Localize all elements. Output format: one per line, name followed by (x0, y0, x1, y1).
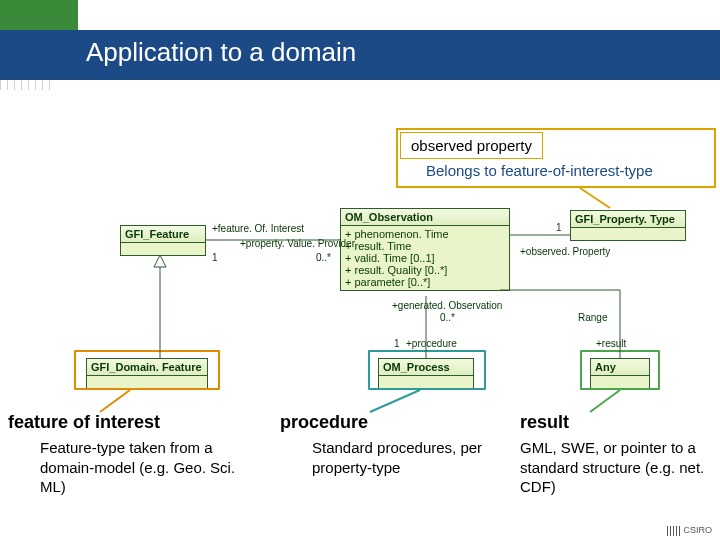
ann-proc-body: Standard procedures, per property-type (312, 438, 512, 477)
lbl-result: +result (596, 338, 626, 349)
svg-line-9 (370, 390, 420, 412)
ann-foi-body: Feature-type taken from a domain-model (… (40, 438, 260, 497)
lbl-mult-0star-left: 0..* (316, 252, 331, 263)
lbl-mult-1-left: 1 (212, 252, 218, 263)
lbl-property-value-provider: +property. Value. Provider (240, 238, 355, 249)
highlight-foi (74, 350, 220, 390)
lbl-mult-1-right: 1 (556, 222, 562, 233)
logo: CSIRO (667, 525, 712, 536)
obs-attr: + result. Quality [0..*] (345, 264, 505, 276)
lbl-feature-of-interest: +feature. Of. Interest (212, 223, 304, 234)
obs-attr: + valid. Time [0..1] (345, 252, 505, 264)
uml-gfi-property-type: GFI_Property. Type (570, 210, 686, 241)
obs-attr: + result. Time (345, 240, 505, 252)
lbl-generated-observation: +generated. Observation (392, 300, 502, 311)
ann-res-head: result (520, 412, 569, 433)
obs-attr: + phenomenon. Time (345, 228, 505, 240)
lbl-mult-0star-down: 0..* (440, 312, 455, 323)
lbl-range: Range (578, 312, 607, 323)
slide-title: Application to a domain (86, 37, 356, 68)
uml-om-observation-attrs: + phenomenon. Time + result. Time + vali… (341, 226, 509, 290)
ann-proc-head: procedure (280, 412, 368, 433)
svg-marker-6 (154, 255, 166, 267)
svg-line-10 (590, 390, 620, 412)
ann-res-body: GML, SWE, or pointer to a standard struc… (520, 438, 710, 497)
highlight-proc (368, 350, 486, 390)
uml-gfi-feature: GFI_Feature (120, 225, 206, 256)
lbl-mult-1-proc: 1 (394, 338, 400, 349)
title-band: Application to a domain (0, 0, 720, 90)
lbl-procedure: +procedure (406, 338, 457, 349)
uml-om-observation: OM_Observation + phenomenon. Time + resu… (340, 208, 510, 291)
slide-body: observed property Belongs to feature-of-… (0, 90, 720, 540)
svg-line-8 (100, 390, 130, 412)
uml-gfi-feature-name: GFI_Feature (121, 226, 205, 243)
logo-text: CSIRO (683, 525, 712, 535)
lbl-observed-property: +observed. Property (520, 246, 610, 257)
highlight-observed-property (396, 128, 716, 188)
decor-green-block (0, 0, 78, 30)
ann-foi-head: feature of interest (8, 412, 160, 433)
svg-line-7 (580, 188, 610, 208)
obs-attr: + parameter [0..*] (345, 276, 505, 288)
highlight-result (580, 350, 660, 390)
uml-gfi-property-type-name: GFI_Property. Type (571, 211, 685, 228)
uml-om-observation-name: OM_Observation (341, 209, 509, 226)
